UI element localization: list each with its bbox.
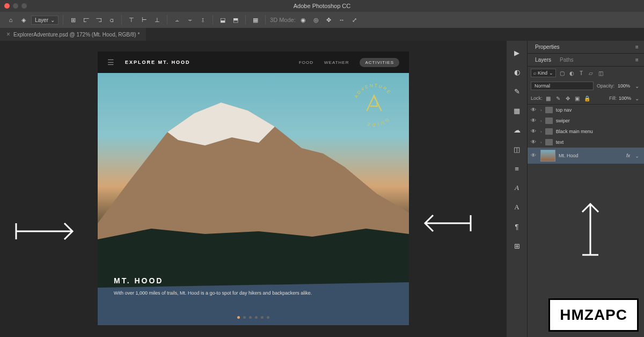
kind-filter-dropdown[interactable]: ⌕ Kind ⌄ [531,69,556,77]
visibility-icon[interactable]: 👁 [531,139,537,145]
app-title: Adobe Photoshop CC [294,3,350,9]
layer-item-selected[interactable]: 👁 Mt. Hood fx ⌄ [528,148,644,164]
libraries-icon[interactable]: ☁ [510,123,523,136]
lock-brush-icon[interactable]: ✎ [554,94,562,102]
align-icon[interactable]: ⊞ [68,14,78,25]
document-tab[interactable]: × ExplorerAdventure.psd @ 172% (Mt. Hood… [0,28,146,41]
filter-type-icon[interactable]: T [577,69,585,77]
filter-smart-icon[interactable]: ◫ [597,69,604,77]
window-controls[interactable] [4,3,27,9]
nav-link-activities: ACTIVITIES [360,58,399,67]
panel-menu-icon[interactable]: ≡ [633,43,641,51]
close-window-icon[interactable] [4,3,10,9]
sliders-icon[interactable]: ≡ [510,162,523,175]
layer-item[interactable]: 👁 › swiper [528,115,644,126]
lock-pixels-icon[interactable]: ▦ [545,94,552,102]
close-tab-icon[interactable]: × [6,31,10,38]
kind-label: Kind [538,70,547,76]
blend-row: Normal Opacity: 100% ⌄ [528,79,644,92]
fx-badge[interactable]: fx [626,153,630,158]
3d-icon[interactable]: ◫ [510,143,523,156]
visibility-icon[interactable]: 👁 [531,128,537,135]
layer-name: text [556,140,564,145]
paragraph-style-icon[interactable]: ¶ [510,220,523,233]
folder-icon [545,139,553,145]
align-top-icon[interactable]: ⊤ [126,14,137,25]
distribute-spacing-v-icon[interactable]: ⬒ [230,14,241,25]
lock-all-icon[interactable]: 🔒 [583,94,591,102]
expand-icon[interactable]: › [540,129,542,134]
layers-tab[interactable]: Layers [531,55,555,65]
carousel-dots [237,316,269,319]
distribute-h-icon[interactable]: ⫠ [172,14,182,25]
dot [261,316,264,319]
separator [167,15,167,25]
fill-value[interactable]: 100% [619,96,631,101]
layer-select-dropdown[interactable]: Layer ⌄ [31,16,58,25]
dot [255,316,258,319]
chevron-down-icon[interactable]: ⌄ [633,94,641,102]
layer-item[interactable]: 👁 › Black main menu [528,126,644,137]
distribute-icon[interactable]: ⫱ [197,14,208,25]
distribute-spacing-h-icon[interactable]: ⬓ [217,14,228,25]
panel-menu-icon[interactable]: ≡ [633,56,641,64]
play-icon[interactable]: ▶ [510,46,523,59]
collapsed-panel-strip: ▶ ◐ ✎ ▦ ☁ ◫ ≡ A A ¶ ⊞ [507,41,527,337]
canvas-area[interactable]: ☰ EXPLORE MT. HOOD FOOD WEATHER ACTIVITI… [0,41,507,337]
swatches-icon[interactable]: ▦ [510,104,523,117]
adjustments-icon[interactable]: ◐ [510,65,523,78]
visibility-icon[interactable]: 👁 [531,118,537,124]
opacity-value[interactable]: 100% [618,83,630,89]
expand-icon[interactable]: › [540,140,542,145]
3d-roll-icon[interactable]: ◎ [311,14,321,25]
layer-item[interactable]: 👁 › text [528,137,644,148]
align-left-icon[interactable]: ⫍ [80,14,91,25]
document-tabs: × ExplorerAdventure.psd @ 172% (Mt. Hood… [0,28,644,41]
layer-filter-row: ⌕ Kind ⌄ ▢ ◐ T ▱ ◫ [528,67,644,79]
align-bottom-icon[interactable]: ⊥ [152,14,163,25]
chevron-down-icon[interactable]: ⌄ [633,152,641,159]
auto-align-icon[interactable]: ▦ [250,14,261,25]
filter-pixel-icon[interactable]: ▢ [558,69,566,77]
3d-pan-icon[interactable]: ✥ [324,14,334,25]
lock-row: Lock: ▦ ✎ ✥ ▣ 🔒 Fill: 100% ⌄ [528,92,644,105]
visibility-icon[interactable]: 👁 [531,152,537,159]
dot [267,316,269,319]
filter-adjust-icon[interactable]: ◐ [568,69,575,77]
paths-tab[interactable]: Paths [555,55,578,65]
glyphs-icon[interactable]: ⊞ [510,239,523,252]
lock-artboard-icon[interactable]: ▣ [574,94,581,102]
lock-position-icon[interactable]: ✥ [564,94,572,102]
3d-scale-icon[interactable]: ⤢ [349,14,360,25]
paragraph-icon[interactable]: A [510,201,523,214]
chevron-down-icon[interactable]: ⌄ [633,82,641,90]
design-canvas[interactable]: ☰ EXPLORE MT. HOOD FOOD WEATHER ACTIVITI… [98,52,409,325]
home-icon[interactable]: ⌂ [5,14,16,25]
layers-tab-row: Layers Paths ≡ [528,54,644,67]
layers-icon[interactable]: ◈ [18,14,29,25]
chevron-down-icon: ⌄ [50,17,55,23]
character-icon[interactable]: A [510,181,523,194]
hero-subtitle: With over 1,000 miles of trails, Mt. Hoo… [114,290,312,296]
distribute-v-icon[interactable]: ⫟ [185,14,195,25]
expand-icon[interactable]: › [540,108,542,113]
hero-text: MT. HOOD With over 1,000 miles of trails… [114,276,312,296]
blend-mode-dropdown[interactable]: Normal [531,82,594,90]
align-middle-icon[interactable]: ⊢ [139,14,150,25]
folder-icon [545,118,553,124]
filter-shape-icon[interactable]: ▱ [587,69,595,77]
layer-item[interactable]: 👁 › top nav [528,105,644,115]
maximize-window-icon[interactable] [21,3,27,9]
expand-icon[interactable]: › [540,119,542,123]
3d-slide-icon[interactable]: ↔ [336,14,347,25]
minimize-window-icon[interactable] [13,3,18,9]
layer-name: swiper [556,118,570,123]
separator [213,15,213,25]
visibility-icon[interactable]: 👁 [531,107,537,113]
align-right-icon[interactable]: ⫏ [106,14,117,25]
brushes-icon[interactable]: ✎ [510,85,523,98]
3d-orbit-icon[interactable]: ◉ [298,14,309,25]
align-center-h-icon[interactable]: ⫎ [93,14,104,25]
hamburger-icon: ☰ [107,58,114,67]
properties-tab[interactable]: Properties [531,42,564,52]
